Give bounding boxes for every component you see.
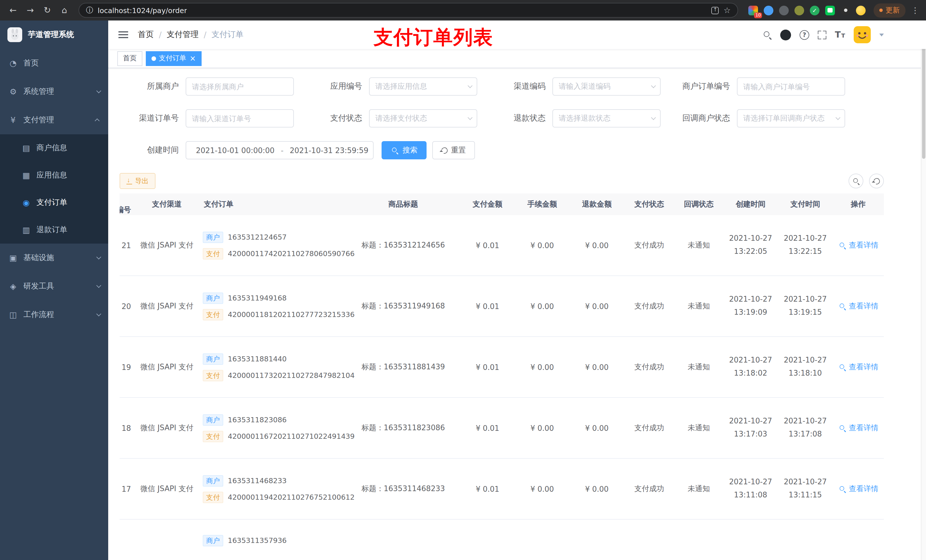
channel-code-select[interactable]: 请输入渠道编码 [552, 77, 661, 96]
merchant-tag: 商户 [203, 353, 223, 365]
view-detail-link[interactable]: 查看详情 [838, 484, 878, 494]
sidebar-item-label: 研发工具 [23, 281, 54, 291]
page-scrollbar[interactable] [921, 21, 926, 560]
search-icon[interactable] [763, 30, 772, 39]
view-detail-link[interactable]: 查看详情 [838, 423, 878, 433]
back-icon[interactable]: ← [6, 3, 21, 18]
sidebar-item-payment[interactable]: ¥ 支付管理 [0, 106, 108, 134]
sidebar-item-home[interactable]: ◔ 首页 [0, 49, 108, 77]
pay-status-select[interactable]: 请选择支付状态 [369, 109, 477, 127]
help-icon[interactable] [800, 30, 809, 39]
sidebar-item-pay-order[interactable]: ◉ 支付订单 [0, 189, 108, 216]
create-time-cell: 2021-10-2713:17:03 [723, 398, 778, 458]
browser-menu-icon[interactable]: ⋮ [910, 6, 920, 15]
time-text: 13:22:15 [784, 245, 827, 258]
extension-drop-icon[interactable] [764, 5, 773, 15]
merchant-order-no-input[interactable] [737, 77, 845, 96]
extension-dark-icon[interactable] [779, 5, 789, 15]
pay-time-cell: 2021-10-2713:11:15 [778, 459, 832, 519]
close-icon[interactable]: × [190, 54, 196, 62]
extension-chat-icon[interactable] [825, 5, 835, 15]
product-title-cell: 标题：1635311468233 [346, 459, 460, 519]
sidebar-item-infra[interactable]: ▣ 基础设施 [0, 244, 108, 272]
filter-label: 应用编号 [305, 82, 369, 92]
breadcrumb-home[interactable]: 首页 [138, 30, 154, 40]
product-title-cell: 标题：1635311881439 [346, 337, 460, 397]
site-info-icon[interactable]: ⓘ [86, 5, 93, 15]
pay-channel-cell: 微信 JSAPI 支付 [136, 337, 198, 397]
hamburger-icon[interactable] [117, 29, 129, 41]
chevron-down-icon[interactable] [879, 33, 884, 36]
order-id-cell [120, 519, 136, 560]
notify-status-cell: 未通知 [674, 337, 723, 397]
pay-tag: 支付 [203, 248, 223, 259]
chevron-down-icon [96, 89, 101, 93]
extension-check-icon[interactable]: ✓ [810, 5, 820, 15]
export-button[interactable]: 导出 [120, 173, 156, 189]
reset-button[interactable]: 重置 [432, 141, 475, 159]
breadcrumb-separator: / [204, 30, 206, 39]
date-text: 2021-10-27 [784, 232, 827, 246]
pay-order-no: 4200001194202110276752100612 [228, 493, 354, 501]
app-select[interactable]: 请选择应用信息 [369, 77, 477, 96]
refresh-table-button[interactable] [869, 174, 884, 189]
home-icon[interactable]: ⌂ [57, 3, 72, 18]
sidebar-logo[interactable]: 芋道管理系统 [0, 21, 108, 49]
date-text: 2021-10-27 [784, 354, 827, 367]
bookmark-star-icon[interactable]: ☆ [723, 6, 731, 15]
table-scroll-area[interactable]: 编号支付渠道支付订单商品标题支付金额手续金额退款金额支付状态回调状态创建时间支付… [120, 193, 884, 560]
browser-update-button[interactable]: 更新 [874, 3, 905, 17]
notify-status-select[interactable]: 请选择订单回调商户状态 [737, 109, 845, 127]
breadcrumb-payment[interactable]: 支付管理 [166, 30, 198, 40]
github-icon[interactable] [780, 29, 791, 40]
font-size-icon[interactable]: T [835, 30, 845, 40]
pay-channel-cell: 微信 JSAPI 支付 [136, 276, 198, 337]
user-avatar[interactable] [854, 26, 871, 43]
view-detail-link[interactable]: 查看详情 [838, 240, 878, 251]
table-body: 21微信 JSAPI 支付商户1635312124657支付4200001174… [120, 215, 884, 560]
sidebar-item-devtools[interactable]: ◈ 研发工具 [0, 272, 108, 300]
view-detail-link[interactable]: 查看详情 [838, 362, 878, 372]
filter-label: 所属商户 [120, 82, 186, 92]
extension-pin-icon[interactable] [841, 5, 850, 15]
extension-colorful-icon[interactable]: 10 [748, 5, 758, 15]
refund-status-select[interactable]: 请选择退款状态 [552, 109, 661, 127]
extension-olive-icon[interactable] [794, 5, 804, 15]
sidebar-item-app-info[interactable]: ▦ 应用信息 [0, 162, 108, 189]
owner-input[interactable] [186, 77, 294, 96]
sidebar-item-refund-order[interactable]: ▥ 退款订单 [0, 216, 108, 244]
time-text: 13:19:15 [784, 306, 827, 319]
reload-icon[interactable]: ↻ [40, 3, 54, 18]
select-placeholder: 请选择应用信息 [375, 82, 427, 92]
top-navbar: 首页 / 支付管理 / 支付订单 支付订单列表 T [108, 21, 926, 49]
merchant-order-line: 商户1635311357936 [203, 535, 287, 546]
sidebar-item-system[interactable]: ⚙ 系统管理 [0, 77, 108, 106]
main-panel: 首页 / 支付管理 / 支付订单 支付订单列表 T [108, 21, 926, 560]
chevron-down-icon [651, 83, 656, 88]
date-text: 2021-10-27 [784, 476, 827, 489]
profile-avatar-icon[interactable] [856, 5, 865, 15]
sidebar-item-merchant-info[interactable]: ▤ 商户信息 [0, 134, 108, 162]
chevron-up-icon [95, 118, 100, 123]
tab-home[interactable]: 首页 [117, 51, 142, 66]
address-bar[interactable]: ⓘ localhost:1024/pay/order ☆ [79, 3, 738, 18]
toggle-search-button[interactable] [849, 174, 863, 189]
fullscreen-icon[interactable] [818, 30, 826, 39]
action-cell: 查看详情 [832, 398, 884, 458]
pay-order-no: 4200001167202110271022491439 [228, 432, 354, 441]
search-button[interactable]: 搜索 [381, 141, 427, 159]
create-time-range-picker[interactable]: 2021-10-01 00:00:00 - 2021-10-31 23:59:5… [186, 141, 374, 159]
time-text: 13:11:08 [729, 489, 772, 502]
document-icon: ▥ [22, 225, 31, 234]
view-detail-link[interactable]: 查看详情 [838, 301, 878, 311]
sidebar-item-workflow[interactable]: ◫ 工作流程 [0, 300, 108, 329]
channel-order-no-input[interactable] [186, 109, 294, 127]
notify-status-cell: 未通知 [674, 215, 723, 275]
pay-time-cell: 2021-10-2713:18:10 [778, 337, 832, 397]
pay-time-cell: 2021-10-2713:17:08 [778, 398, 832, 458]
active-dot-icon [151, 56, 156, 60]
tab-pay-order[interactable]: 支付订单 × [146, 51, 201, 66]
forward-icon[interactable]: → [23, 3, 38, 18]
share-icon[interactable] [711, 6, 719, 14]
date-range-start: 2021-10-01 00:00:00 [196, 146, 274, 154]
